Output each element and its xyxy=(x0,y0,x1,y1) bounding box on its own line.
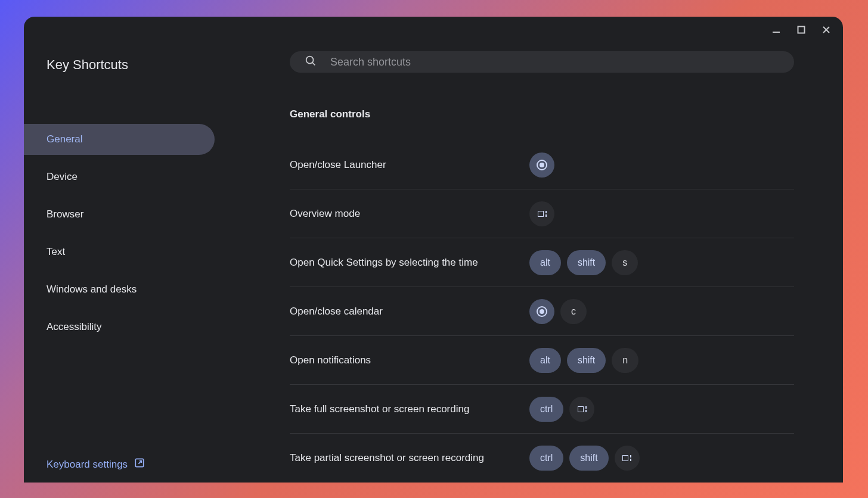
shortcut-row: Open/close calendarc xyxy=(290,287,794,336)
shortcut-row: Overview mode xyxy=(290,189,794,238)
svg-rect-1 xyxy=(798,27,805,33)
app-title: Key Shortcuts xyxy=(24,57,290,73)
key-overview xyxy=(529,201,554,226)
main-panel: General controls Open/close LauncherOver… xyxy=(290,38,843,483)
sidebar-item-label: Accessibility xyxy=(46,321,102,333)
key-launcher xyxy=(529,152,554,178)
key-shift: shift xyxy=(569,446,608,471)
app-window: Key Shortcuts GeneralDeviceBrowserTextWi… xyxy=(24,17,843,483)
keyboard-settings-link[interactable]: Keyboard settings xyxy=(46,457,145,472)
shortcut-label: Open notifications xyxy=(290,354,529,366)
shortcut-keys xyxy=(529,201,554,226)
search-input[interactable] xyxy=(330,56,780,69)
shortcuts-list: Open/close LauncherOverview modeOpen Qui… xyxy=(290,141,794,483)
sidebar-nav: GeneralDeviceBrowserTextWindows and desk… xyxy=(24,124,290,349)
shortcut-keys: ctrl xyxy=(529,397,594,422)
section-title: General controls xyxy=(290,108,794,120)
sidebar-item-label: Device xyxy=(46,171,78,183)
shortcut-row: Take full screenshot or screen recording… xyxy=(290,385,794,434)
shortcut-row: Open/close Launcher xyxy=(290,141,794,189)
overview-icon xyxy=(538,211,547,217)
key-c: c xyxy=(560,299,587,324)
shortcut-keys: ctrlshift xyxy=(529,446,640,471)
titlebar xyxy=(24,17,843,38)
key-alt: alt xyxy=(529,250,561,275)
shortcut-label: Open/close Launcher xyxy=(290,159,529,171)
shortcut-row: Take partial screenshot or screen record… xyxy=(290,434,794,483)
close-button[interactable] xyxy=(820,24,832,36)
shortcut-keys: altshifts xyxy=(529,250,638,275)
key-overview xyxy=(569,397,594,422)
sidebar-footer: Keyboard settings xyxy=(24,457,290,483)
shortcut-label: Overview mode xyxy=(290,208,529,220)
keyboard-settings-label: Keyboard settings xyxy=(46,459,128,471)
key-overview xyxy=(615,446,640,471)
sidebar-item-device[interactable]: Device xyxy=(24,161,215,192)
key-shift: shift xyxy=(567,250,606,275)
key-launcher xyxy=(529,299,554,324)
search-icon xyxy=(304,54,317,70)
key-ctrl: ctrl xyxy=(529,397,563,422)
external-link-icon xyxy=(134,457,145,472)
sidebar: Key Shortcuts GeneralDeviceBrowserTextWi… xyxy=(24,38,290,483)
sidebar-item-label: Text xyxy=(46,246,65,258)
sidebar-item-label: Windows and desks xyxy=(46,284,137,295)
sidebar-item-accessibility[interactable]: Accessibility xyxy=(24,312,215,343)
shortcut-label: Open Quick Settings by selecting the tim… xyxy=(290,257,529,269)
sidebar-item-windows-and-desks[interactable]: Windows and desks xyxy=(24,274,215,305)
shortcut-label: Take full screenshot or screen recording xyxy=(290,403,529,415)
launcher-icon xyxy=(537,160,547,170)
svg-line-6 xyxy=(312,63,315,65)
key-shift: shift xyxy=(567,348,606,373)
overview-icon xyxy=(622,455,631,461)
launcher-icon xyxy=(537,306,547,317)
search-bar[interactable] xyxy=(290,51,794,73)
sidebar-item-text[interactable]: Text xyxy=(24,236,215,267)
shortcut-row: Open notificationsaltshiftn xyxy=(290,336,794,385)
key-s: s xyxy=(612,250,638,275)
shortcut-keys: altshiftn xyxy=(529,348,638,373)
shortcut-label: Open/close calendar xyxy=(290,306,529,318)
shortcut-keys: c xyxy=(529,299,587,324)
sidebar-item-browser[interactable]: Browser xyxy=(24,199,215,230)
shortcut-row: Open Quick Settings by selecting the tim… xyxy=(290,238,794,287)
key-ctrl: ctrl xyxy=(529,446,563,471)
maximize-button[interactable] xyxy=(795,24,807,36)
minimize-button[interactable] xyxy=(770,24,782,36)
overview-icon xyxy=(578,406,587,412)
svg-point-5 xyxy=(306,57,314,64)
key-n: n xyxy=(612,348,638,373)
sidebar-item-label: Browser xyxy=(46,208,83,220)
content-area: Key Shortcuts GeneralDeviceBrowserTextWi… xyxy=(24,38,843,483)
shortcut-keys xyxy=(529,152,554,178)
shortcut-label: Take partial screenshot or screen record… xyxy=(290,452,529,464)
sidebar-item-label: General xyxy=(46,133,82,145)
sidebar-item-general[interactable]: General xyxy=(24,124,215,155)
key-alt: alt xyxy=(529,348,561,373)
